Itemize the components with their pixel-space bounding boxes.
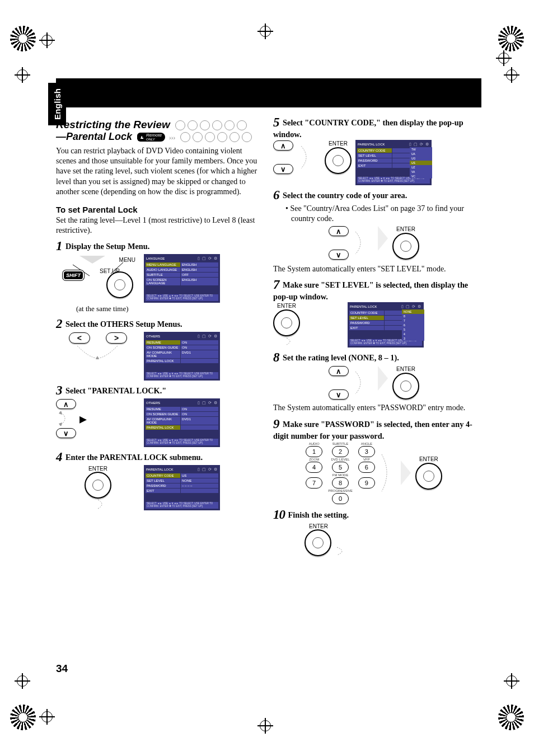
disc-icons-row1 <box>175 120 247 130</box>
step-6: 6 Select the country code of your area. <box>273 188 475 203</box>
key-5[interactable]: 5 <box>332 462 349 473</box>
step-10: 10 Finish the setting. <box>273 508 475 522</box>
enter-label: ENTER <box>419 456 438 462</box>
language-tab: English <box>48 83 66 125</box>
subheading-body: Set the rating level—Level 1 (most restr… <box>56 215 257 236</box>
country-code-popup: TW UA UG US UZ VA VC <box>410 147 432 179</box>
panel-parental-1: PARENTAL LOCK▯ ▢ ⟳ ⚙ COUNTRY CODEUS SET … <box>144 466 219 510</box>
step7-enter: ENTER <box>273 303 300 346</box>
right-column: 5 Select "COUNTRY CODE," then display th… <box>273 115 475 556</box>
step-8-after: The System automatically enters "PASSWOR… <box>273 403 475 413</box>
step-8-text: Set the rating level (NONE, 8 – 1). <box>283 353 399 362</box>
key-3[interactable]: 3 <box>358 446 375 457</box>
section-title-text: Restricting the Review <box>56 119 170 130</box>
key-2[interactable]: 2 <box>332 446 349 457</box>
key-9[interactable]: 9 <box>358 477 375 489</box>
step2-diagram: < > <box>56 332 140 365</box>
left-column: Restricting the Review —Parental Lock Re… <box>56 115 257 556</box>
key-6[interactable]: 6 <box>358 462 375 473</box>
panel-parental-3: PARENTAL LOCK▯ ▢ ⟳ ⚙ COUNTRY CODE SET LE… <box>348 303 423 347</box>
step6-updown: ∧ ∨ <box>329 226 349 260</box>
step-1-text: Display the Setup Menu. <box>65 242 149 251</box>
shift-button[interactable]: SHIFT <box>64 271 83 279</box>
svg-marker-4 <box>59 422 62 426</box>
only-label: ONLY <box>146 138 162 141</box>
set-level-popup: NONE 8 7 6 5 4 3 <box>402 309 424 341</box>
enter-label: ENTER <box>277 303 296 309</box>
step4-diagram: ENTER <box>56 466 140 510</box>
numpad: AUDIOSUBTITLEANGLE 1 2 3 ZOOMDVD LEVELVF… <box>306 442 375 504</box>
step-7: 7 Make sure "SET LEVEL" is selected, the… <box>273 278 475 302</box>
svg-marker-3 <box>96 356 99 359</box>
down-button[interactable]: ∨ <box>329 250 349 260</box>
section-subtitle-text: —Parental Lock <box>56 131 132 142</box>
enter-label: ENTER <box>56 466 140 472</box>
flow-triangle-icon <box>401 461 411 485</box>
setup-dial[interactable] <box>106 271 133 298</box>
key-8[interactable]: 8 <box>332 477 349 489</box>
step-8: 8 Set the rating level (NONE, 8 – 1). <box>273 350 475 365</box>
step-6-after: The System automatically enters "SET LEV… <box>273 264 475 274</box>
right-button[interactable]: > <box>106 332 127 344</box>
key-1[interactable]: 1 <box>306 446 322 457</box>
enter-button[interactable] <box>392 373 419 400</box>
panel-parental-2: PARENTAL LOCK▯ ▢ ⟳ ⚙ COUNTRY CODE SET LE… <box>356 140 431 185</box>
enter-button[interactable] <box>273 309 300 336</box>
hand-icon <box>139 134 145 140</box>
step-7-text: Make sure "SET LEVEL" is selected, then … <box>273 280 468 301</box>
left-button[interactable]: < <box>69 332 90 344</box>
subheading-set-parental: To set Parental Lock <box>56 205 257 214</box>
key-0[interactable]: 0 <box>332 493 349 504</box>
step-2: 2 Select the OTHERS Setup Menus. <box>56 317 257 331</box>
step-9-text: Make sure "PASSWORD" is selected, then e… <box>273 420 472 440</box>
step-4: 4 Enter the PARENTAL LOCK submenu. <box>56 450 257 464</box>
panel-others-1: OTHERS▯ ▢ ⟳ ⚙ RESUMEON ON SCREEN GUIDEON… <box>144 332 219 380</box>
step10-enter: ENTER <box>305 523 475 556</box>
up-button[interactable]: ∧ <box>329 366 349 376</box>
down-button[interactable]: ∨ <box>329 389 349 400</box>
up-button[interactable]: ∧ <box>273 140 293 151</box>
step-3-text: Select "PARENTAL LOCK." <box>65 386 166 395</box>
section-subtitle: —Parental Lock Remote ONLY ››› <box>56 131 257 143</box>
enter-button[interactable] <box>305 529 331 556</box>
step1-diagram: SHIFT MENU SET UP <box>56 255 140 295</box>
signal-icon: ››› <box>169 134 175 141</box>
step-9: 9 Make sure "PASSWORD" is selected, then… <box>273 417 475 441</box>
step-1: 1 Display the Setup Menu. <box>56 239 257 253</box>
enter-button[interactable] <box>325 147 352 174</box>
key-7[interactable]: 7 <box>306 477 322 489</box>
flow-triangle-icon <box>378 226 388 251</box>
step-6-text: Select the country code of your area. <box>283 191 407 200</box>
step-2-text: Select the OTHERS Setup Menus. <box>65 320 182 328</box>
up-button[interactable]: ∧ <box>56 399 76 409</box>
step-5-text: Select "COUNTRY CODE," then display the … <box>273 118 463 139</box>
flow-triangle-icon <box>378 366 388 391</box>
dashed-link-icon <box>298 140 320 174</box>
disc-icons-row2 <box>180 132 252 142</box>
panel-others-2: OTHERS▯ ▢ ⟳ ⚙ RESUMEON ON SCREEN GUIDEON… <box>144 399 219 447</box>
menu-label: MENU <box>119 257 135 263</box>
enter-label: ENTER <box>329 140 348 147</box>
same-time-caption: (at the same time) <box>76 304 257 313</box>
step-6-note: • See "Country/Area Codes List" on page … <box>282 204 475 224</box>
step-4-text: Enter the PARENTAL LOCK submenu. <box>65 453 203 462</box>
down-button[interactable]: ∨ <box>56 428 76 438</box>
step3-diagram: ∧ ∨ ▸ <box>56 399 140 438</box>
enter-button[interactable] <box>392 233 419 260</box>
step5-enter: ENTER <box>325 140 352 174</box>
step8-updown: ∧ ∨ <box>329 366 349 400</box>
enter-label: ENTER <box>396 226 415 232</box>
enter-button[interactable] <box>85 472 111 499</box>
step-3: 3 Select "PARENTAL LOCK." <box>56 383 257 398</box>
key-4[interactable]: 4 <box>306 462 322 473</box>
enter-button[interactable] <box>415 463 442 490</box>
remote-label: Remote <box>146 133 162 138</box>
step5-updown: ∧ ∨ <box>273 140 293 174</box>
enter-label: ENTER <box>309 523 475 529</box>
down-button[interactable]: ∨ <box>273 164 293 174</box>
section-title: Restricting the Review <box>56 119 257 131</box>
step-5: 5 Select "COUNTRY CODE," then display th… <box>273 115 475 139</box>
up-button[interactable]: ∧ <box>329 226 349 236</box>
svg-marker-0 <box>79 256 105 264</box>
step-10-text: Finish the setting. <box>288 510 349 519</box>
